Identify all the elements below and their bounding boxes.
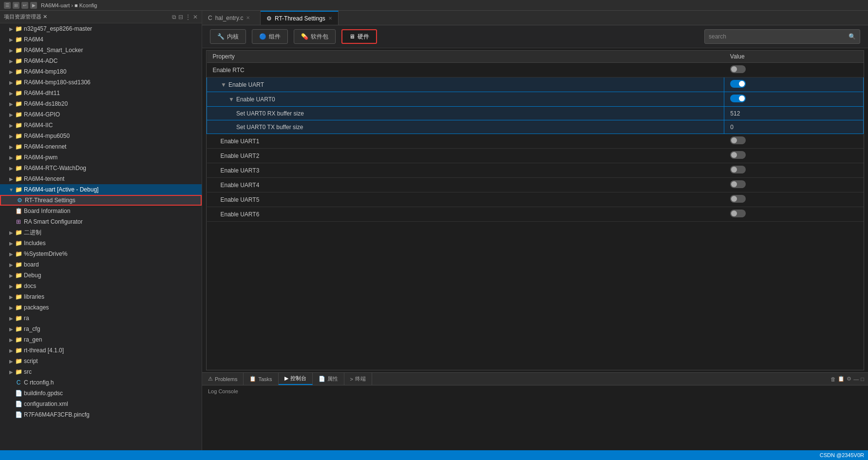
prop-value-enable-uart4[interactable] [724, 178, 864, 192]
prop-value-enable-uart0[interactable] [724, 92, 864, 107]
sidebar-item-ra6m4-pwm[interactable]: ▶📁RA6M4-pwm [0, 152, 202, 163]
sidebar-item-packages[interactable]: ▶📁packages [0, 302, 202, 313]
prop-value-enable-uart[interactable] [724, 77, 864, 92]
bottom-tab-props[interactable]: 📄 属性 [313, 373, 344, 385]
toggle-enable-uart1[interactable] [730, 136, 746, 144]
tree-icon-ra6m4-onennet: 📁 [15, 143, 22, 150]
sidebar-item-r7fa[interactable]: 📄R7FA6M4AF3CFB.pincfg [0, 409, 202, 420]
bottom-tab-tasks[interactable]: 📋 Tasks [244, 373, 278, 385]
sidebar-item-config-xml[interactable]: 📄configuration.xml [0, 399, 202, 409]
sidebar-item-rt-thread-ver[interactable]: ▶📁rt-thread [4.1.0] [0, 345, 202, 356]
sidebar-item-ra6m4-tencent[interactable]: ▶📁RA6M4-tencent [0, 173, 202, 184]
prop-value-enable-uart2[interactable] [724, 149, 864, 163]
sidebar-item-script[interactable]: ▶📁script [0, 356, 202, 366]
sidebar-item-ra6m4-uart[interactable]: ▼📁RA6M4-uart [Active - Debug] [0, 184, 202, 195]
sidebar-item-ra6m4-mpu[interactable]: ▶📁RA6M4-mpu6050 [0, 131, 202, 141]
prop-value-enable-rtc[interactable] [724, 63, 864, 77]
settings-tab-hardware[interactable]: 🖥 硬件 [341, 29, 377, 44]
sidebar-item-ra6m4-gpio[interactable]: ▶📁RA6M4-GPIO [0, 109, 202, 120]
title-icon-menu[interactable]: ☰ [4, 2, 11, 9]
settings-tab-components[interactable]: 🔵 组件 [252, 29, 288, 44]
sidebar-content: ▶📁n32g457_esp8266-master▶📁RA6M4▶📁RA6M4_S… [0, 23, 202, 450]
toggle-enable-uart2[interactable] [730, 151, 746, 159]
toggle-enable-uart6[interactable] [730, 210, 746, 217]
sidebar-item-ra6m4[interactable]: ▶📁RA6M4 [0, 34, 202, 45]
sidebar-item-rt-thread-settings[interactable]: ⚙RT-Thread Settings [0, 195, 202, 206]
sidebar-item-src[interactable]: ▶📁src [0, 366, 202, 377]
search-icon[interactable]: 🔍 [849, 33, 856, 40]
sidebar-icon-menu[interactable]: ⋮ [185, 14, 191, 20]
bottom-tab-label-tasks: Tasks [258, 376, 272, 382]
prop-value-enable-uart3[interactable] [724, 163, 864, 178]
toggle-enable-uart[interactable] [730, 80, 746, 88]
sidebar-item-ra6m4-rtc[interactable]: ▶📁RA6M4-RTC-WatchDog [0, 163, 202, 173]
sidebar-item-ra6m4-bmp[interactable]: ▶📁RA6M4-bmp180 [0, 66, 202, 77]
sidebar-item-ra6m4-bmp-ssd[interactable]: ▶📁RA6M4-bmp180-ssd1306 [0, 77, 202, 88]
toggle-enable-uart0[interactable] [730, 95, 746, 102]
sidebar-icon-collapse[interactable]: ⊟ [178, 14, 183, 20]
title-icon-back[interactable]: ↩ [21, 2, 28, 9]
sidebar-item-n32g[interactable]: ▶📁n32g457_esp8266-master [0, 23, 202, 34]
sidebar-item-board[interactable]: ▶📁board [0, 259, 202, 270]
toggle-enable-uart4[interactable] [730, 180, 746, 188]
status-right: CSDN @2345V0R [820, 452, 864, 458]
tree-label-ra-gen: ra_gen [24, 336, 202, 343]
bottom-clear-icon[interactable]: 🗑 [830, 376, 836, 382]
bottom-tab-problems[interactable]: ⚠ Problems [202, 373, 244, 385]
sidebar-item-includes[interactable]: ▶📁Includes [0, 238, 202, 249]
tab-rt-thread-settings-tab[interactable]: ⚙ RT-Thread Settings ✕ [261, 11, 339, 25]
tree-label-board-info: Board Information [24, 208, 202, 214]
sidebar-item-ra6m4-onennet[interactable]: ▶📁RA6M4-onennet [0, 141, 202, 152]
prop-label-enable-rtc: Enable RTC [207, 63, 724, 77]
settings-tab-kernel[interactable]: 🔧 内核 [210, 29, 246, 44]
tree-arrow-ra6m4-smart: ▶ [8, 48, 15, 53]
bottom-settings-icon[interactable]: ⚙ [847, 376, 851, 382]
bottom-tab-console[interactable]: ▶ 控制台 [279, 373, 313, 385]
sidebar-item-buildinfo[interactable]: 📄buildinfo.gpdsc [0, 388, 202, 399]
title-icon-new[interactable]: ⊞ [13, 2, 19, 9]
tab-hal-entry[interactable]: C hal_entry.c ✕ [202, 11, 261, 25]
sidebar-item-ra6m4-ds18[interactable]: ▶📁RA6M4-ds18b20 [0, 98, 202, 109]
sidebar-item-ra[interactable]: ▶📁ra [0, 313, 202, 324]
sidebar-item-ra6m4-adc[interactable]: ▶📁RA6M4-ADC [0, 56, 202, 66]
tree-icon-ra-gen: 📁 [15, 336, 22, 343]
sidebar-item-debug[interactable]: ▶📁Debug [0, 270, 202, 281]
sidebar-icon-close[interactable]: ✕ [193, 14, 198, 20]
bottom-tab-terminal[interactable]: > 终端 [344, 373, 372, 385]
toggle-enable-uart5[interactable] [730, 195, 746, 203]
title-icon-run[interactable]: ▶ [30, 2, 37, 9]
search-input[interactable] [709, 33, 846, 40]
sidebar-item-ra6m4-iic[interactable]: ▶📁RA6M4-IIC [0, 120, 202, 131]
sidebar-icon-new-window[interactable]: ⧉ [172, 14, 176, 20]
bottom-copy-icon[interactable]: 📋 [838, 376, 845, 382]
sidebar-item-systemdrive[interactable]: ▶📁%SystemDrive% [0, 249, 202, 259]
toggle-enable-rtc[interactable] [730, 65, 746, 73]
sidebar-item-ra-cfg[interactable]: ▶📁ra_cfg [0, 324, 202, 334]
tree-arrow-ra6m4-bmp-ssd: ▶ [8, 80, 15, 85]
sidebar-item-docs[interactable]: ▶📁docs [0, 281, 202, 291]
sidebar-item-ra-gen[interactable]: ▶📁ra_gen [0, 334, 202, 345]
settings-tab-software[interactable]: 💊 软件包 [294, 29, 336, 44]
sidebar-item-ra6m4-dht[interactable]: ▶📁RA6M4-dht11 [0, 88, 202, 98]
sidebar-item-rtconfig-h[interactable]: CC rtconfig.h [0, 377, 202, 388]
sidebar-item-ra-smart[interactable]: ⊞RA Smart Configurator [0, 216, 202, 227]
sidebar-item-binary[interactable]: ▶📁二进制 [0, 227, 202, 238]
tree-icon-ra6m4-bmp-ssd: 📁 [15, 79, 22, 86]
sidebar-item-ra6m4-smart[interactable]: ▶📁RA6M4_Smart_Locker [0, 45, 202, 56]
tab-close-rt-thread-settings-tab[interactable]: ✕ [328, 16, 332, 21]
prop-value-uart0-tx[interactable]: 0 [724, 120, 864, 134]
prop-value-uart0-rx[interactable]: 512 [724, 107, 864, 120]
prop-value-enable-uart6[interactable] [724, 207, 864, 222]
bottom-max-icon[interactable]: □ [861, 376, 864, 382]
toggle-enable-uart3[interactable] [730, 166, 746, 173]
tree-arrow-ra6m4-iic: ▶ [8, 123, 15, 128]
bottom-min-icon[interactable]: — [853, 376, 859, 382]
prop-value-enable-uart1[interactable] [724, 134, 864, 149]
tree-label-rt-thread-settings: RT-Thread Settings [25, 197, 201, 204]
tab-close-hal-entry[interactable]: ✕ [246, 15, 250, 20]
sidebar-item-libraries[interactable]: ▶📁libraries [0, 291, 202, 302]
prop-value-enable-uart5[interactable] [724, 192, 864, 207]
sidebar-item-board-info[interactable]: 📋Board Information [0, 206, 202, 216]
tree-label-ra6m4-tencent: RA6M4-tencent [24, 175, 202, 182]
tab-label-text-software: 软件包 [311, 33, 328, 41]
